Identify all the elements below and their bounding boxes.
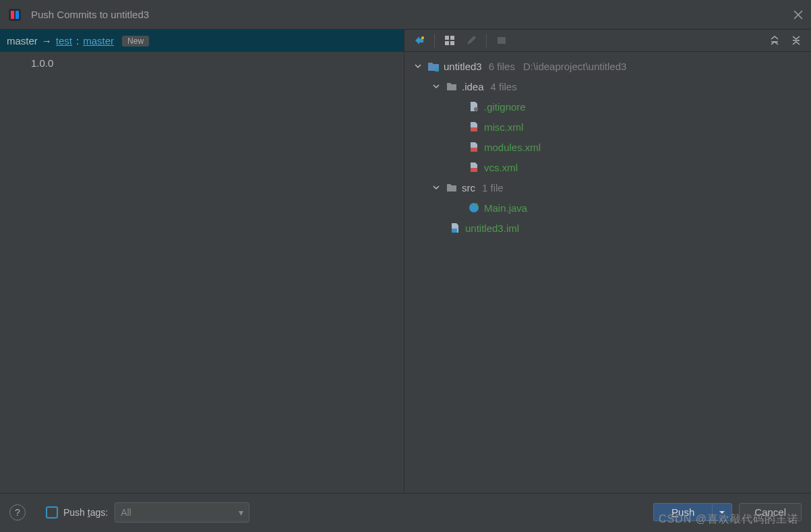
content-area: master → test : master New 1.0.0 — [0, 30, 811, 493]
footer: ? Push tags: All ▾ Push Cancel — [0, 493, 811, 531]
svg-rect-8 — [498, 37, 506, 44]
toolbar-separator — [486, 34, 487, 47]
svg-point-3 — [421, 36, 424, 39]
folder-icon — [446, 80, 458, 92]
collapse-all-icon[interactable] — [787, 32, 806, 49]
tree-file[interactable]: misc.xml — [407, 117, 808, 137]
tree-folder[interactable]: .idea 4 files — [407, 76, 808, 96]
push-button[interactable]: Push — [653, 503, 712, 521]
toolbar-separator — [434, 34, 435, 47]
file-xml-icon — [468, 141, 480, 153]
help-icon[interactable]: ? — [9, 504, 26, 521]
push-dropdown-button[interactable] — [712, 503, 732, 521]
svg-rect-7 — [450, 41, 454, 45]
tree-label: .gitignore — [484, 101, 526, 113]
file-xml-icon — [468, 121, 480, 133]
branch-bar[interactable]: master → test : master New — [0, 30, 404, 52]
svg-point-10 — [474, 107, 478, 111]
new-badge: New — [122, 36, 149, 47]
push-tags-select: All ▾ — [115, 502, 249, 523]
chevron-down-icon[interactable] — [431, 83, 442, 90]
tree-label: vcs.xml — [484, 162, 518, 173]
edit-icon — [462, 32, 481, 49]
svg-rect-15 — [452, 229, 457, 233]
svg-rect-0 — [9, 9, 21, 21]
tree-label: modules.xml — [484, 142, 541, 153]
file-text-icon — [468, 100, 480, 113]
tree-file[interactable]: .gitignore — [407, 96, 808, 117]
tree-label: untitled3.iml — [465, 223, 519, 234]
push-button-group: Push — [653, 503, 732, 521]
tree-path: D:\ideaproject\untitled3 — [523, 61, 626, 72]
commits-pane: master → test : master New 1.0.0 — [0, 30, 404, 493]
branch-target-link[interactable]: master — [83, 35, 114, 47]
files-pane: untitled3 6 files D:\ideaproject\untitle… — [404, 30, 811, 493]
svg-rect-12 — [471, 148, 477, 152]
tree-root[interactable]: untitled3 6 files D:\ideaproject\untitle… — [407, 56, 808, 76]
chevron-down-icon: ▾ — [239, 507, 243, 518]
chevron-down-icon[interactable] — [431, 184, 442, 191]
svg-rect-6 — [445, 41, 449, 45]
file-iml-icon — [449, 222, 461, 234]
tree-label: misc.xml — [484, 121, 523, 133]
group-by-icon[interactable] — [440, 32, 459, 49]
tree-file[interactable]: Main.java — [407, 198, 808, 218]
tree-label: Main.java — [484, 202, 527, 214]
push-tags-label: Push tags: — [63, 507, 108, 518]
tree-label: .idea — [462, 81, 484, 92]
project-folder-icon — [427, 60, 440, 72]
tree-meta: 4 files — [491, 81, 517, 92]
window-title: Push Commits to untitled3 — [31, 9, 149, 20]
chevron-down-icon[interactable] — [413, 63, 423, 69]
tree-meta: 6 files — [489, 61, 515, 72]
branch-remote-link[interactable]: test — [56, 35, 72, 47]
svg-rect-13 — [471, 168, 477, 172]
svg-rect-4 — [445, 36, 449, 40]
changelist-icon[interactable] — [410, 32, 429, 49]
select-value: All — [121, 507, 131, 518]
svg-rect-11 — [471, 127, 477, 131]
tree-file[interactable]: untitled3.iml — [407, 218, 808, 238]
app-logo-icon — [8, 8, 22, 22]
arrow-right-icon: → — [42, 35, 52, 47]
commit-list: 1.0.0 — [0, 52, 404, 74]
files-toolbar — [404, 30, 811, 52]
svg-rect-5 — [450, 36, 454, 40]
svg-rect-9 — [435, 67, 439, 71]
preview-diff-icon — [492, 32, 511, 49]
close-icon[interactable] — [793, 10, 803, 20]
commit-item[interactable]: 1.0.0 — [31, 56, 397, 70]
file-xml-icon — [468, 161, 480, 173]
cancel-button[interactable]: Cancel — [739, 503, 802, 521]
folder-icon — [446, 181, 458, 194]
branch-separator: : — [76, 35, 79, 47]
title-bar: Push Commits to untitled3 — [0, 0, 811, 30]
file-tree[interactable]: untitled3 6 files D:\ideaproject\untitle… — [404, 52, 811, 493]
tree-file[interactable]: vcs.xml — [407, 157, 808, 177]
expand-all-icon[interactable] — [765, 32, 784, 49]
svg-rect-2 — [16, 11, 19, 19]
tree-meta: 1 file — [482, 182, 504, 194]
tree-file[interactable]: modules.xml — [407, 137, 808, 157]
branch-from: master — [7, 35, 38, 47]
svg-rect-1 — [11, 11, 14, 19]
tree-label: src — [462, 182, 475, 194]
push-tags-checkbox[interactable] — [46, 506, 58, 519]
file-java-icon — [468, 202, 480, 214]
tree-folder[interactable]: src 1 file — [407, 177, 808, 198]
tree-label: untitled3 — [444, 61, 482, 72]
